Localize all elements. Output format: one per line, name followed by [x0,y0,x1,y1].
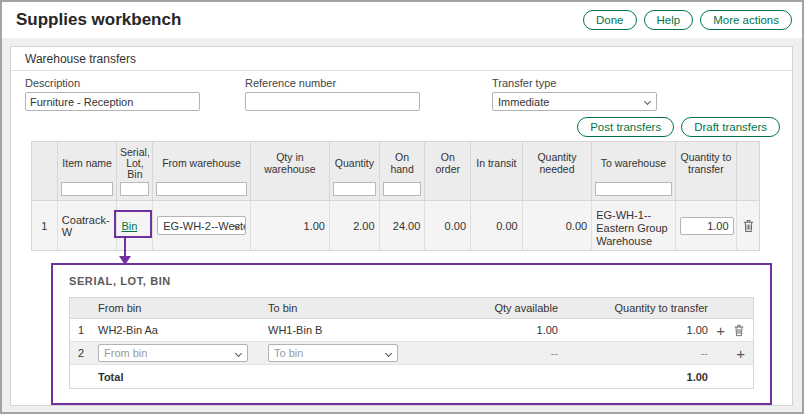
description-field-group: Description [25,77,200,111]
column-header-from-warehouse: From warehouse [153,142,250,200]
from-bin-cell: WH2-Bin Aa [92,324,262,336]
to-warehouse-cell: EG-WH-1--Eastern Group Warehouse [592,201,675,250]
serial-lot-bin-filter-input[interactable] [120,182,149,196]
transfer-type-field-group: Transfer type Immediate [492,77,657,111]
description-label: Description [25,77,200,89]
column-header-quantity: Quantity [330,142,380,200]
bin-column-from-bin: From bin [92,302,262,314]
column-header-delete [737,142,759,200]
qty-in-warehouse-cell: 1.00 [251,201,330,250]
grid-actions: Post transfers Draft transfers [11,115,792,141]
chevron-down-icon [644,98,651,105]
column-label: Item name [62,158,112,169]
transfers-grid: Item name Serial, Lot, Bin From warehous… [31,141,760,251]
to-bin-cell: WH1-Bin B [262,324,434,336]
reference-number-input[interactable] [245,92,420,111]
from-warehouse-cell: EG-WH-2--Western Gr [153,201,250,250]
done-button[interactable]: Done [583,10,637,30]
quantity-filter-input[interactable] [333,182,376,196]
help-button[interactable]: Help [644,10,694,30]
column-label: On order [428,152,467,175]
qty-available-cell: -- [434,347,564,359]
column-header-quantity-to-transfer: Quantity to transfer [676,142,738,200]
bin-link[interactable]: Bin [121,220,137,232]
column-label: To warehouse [601,158,666,169]
column-header-on-order: On order [425,142,471,200]
bin-quantity-to-transfer-cell: -- [564,347,714,359]
quantity-needed-cell: 0.00 [523,201,593,250]
from-bin-placeholder: From bin [104,347,147,359]
section-title: Warehouse transfers [11,47,792,71]
from-warehouse-select[interactable]: EG-WH-2--Western Gr [157,216,245,235]
page-body: Warehouse transfers Description Referenc… [2,38,802,412]
draft-transfers-button[interactable]: Draft transfers [681,117,780,137]
bin-row-actions: + [714,346,753,361]
quantity-cell: 2.00 [330,201,380,250]
bin-total-row: Total 1.00 [70,365,753,388]
bin-total-value: 1.00 [564,371,714,383]
chevron-down-icon [235,350,242,357]
from-bin-cell: From bin [92,344,262,362]
to-bin-cell: To bin [262,344,434,362]
from-bin-select[interactable]: From bin [98,344,248,362]
bin-table-header: From bin To bin Qty available Quantity t… [70,298,753,319]
transfer-row: 1 Coatrack-W Bin EG-WH-2--Western Gr 1.0… [31,201,760,251]
column-header-in-transit: In transit [471,142,523,200]
from-warehouse-filter-input[interactable] [156,182,246,196]
transfer-form: Description Reference number Transfer ty… [11,71,792,115]
add-row-icon[interactable]: + [716,323,725,338]
on-order-cell: 0.00 [425,201,471,250]
page-title: Supplies workbench [16,10,181,30]
quantity-to-transfer-input[interactable] [680,217,734,235]
column-header-item-name: Item name [58,142,118,200]
reference-number-label: Reference number [245,77,420,89]
bin-total-label: Total [92,371,262,383]
column-label: Serial, Lot, Bin [120,147,149,181]
delete-icon[interactable] [733,324,745,337]
supplies-workbench-window: Supplies workbench Done Help More action… [0,0,804,414]
bin-table: From bin To bin Qty available Quantity t… [69,297,754,389]
bin-row: 1 WH2-Bin Aa WH1-Bin B 1.00 1.00 + [70,319,753,342]
column-label: From warehouse [162,158,241,169]
item-name-filter-input[interactable] [61,182,114,196]
bin-row-new: 2 From bin To bin [70,342,753,365]
post-transfers-button[interactable]: Post transfers [577,117,674,137]
reference-number-field-group: Reference number [245,77,420,111]
column-label: On hand [383,152,422,175]
delete-icon[interactable] [742,219,755,233]
bin-column-qty-available: Qty available [434,302,564,314]
bin-quantity-to-transfer-cell: 1.00 [564,324,714,336]
delete-row-cell [737,201,759,250]
to-bin-select[interactable]: To bin [268,344,398,362]
column-header-row-number [32,142,58,200]
bin-column-to-bin: To bin [262,302,434,314]
bin-column-quantity-to-transfer: Quantity to transfer [564,302,714,314]
column-label: Quantity needed [526,152,588,175]
add-row-icon[interactable]: + [736,346,745,361]
to-bin-placeholder: To bin [274,347,303,359]
page-header: Supplies workbench Done Help More action… [2,2,802,38]
description-input[interactable] [25,92,200,111]
column-header-quantity-needed: Quantity needed [523,142,592,200]
transfer-type-value: Immediate [498,96,549,108]
transfer-type-select[interactable]: Immediate [492,92,657,111]
to-warehouse-filter-input[interactable] [595,182,671,196]
on-hand-filter-input[interactable] [383,182,422,196]
column-label: In transit [476,158,516,169]
column-header-on-hand: On hand [380,142,426,200]
column-header-to-warehouse: To warehouse [592,142,675,200]
column-label: Qty in warehouse [254,152,326,175]
bin-row-number: 1 [70,324,92,336]
on-hand-cell: 24.00 [380,201,426,250]
quantity-to-transfer-cell [676,201,738,250]
qty-available-cell: 1.00 [434,324,564,336]
column-label: Quantity to transfer [679,152,734,175]
serial-lot-bin-cell: Bin [117,201,153,250]
bin-row-number: 2 [70,347,92,359]
item-name-cell: Coatrack-W [58,201,118,250]
more-actions-button[interactable]: More actions [700,10,792,30]
bin-row-actions: + [714,323,753,338]
header-actions: Done Help More actions [583,10,792,30]
column-label: Quantity [335,158,374,169]
chevron-down-icon [385,350,392,357]
